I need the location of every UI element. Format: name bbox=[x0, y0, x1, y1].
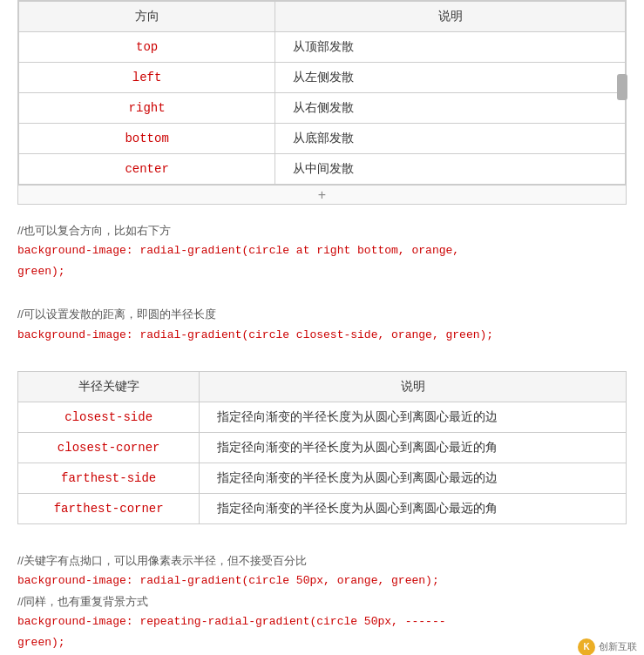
keyword-cell: closest-corner bbox=[18, 432, 200, 463]
table-row: bottom 从底部发散 bbox=[19, 124, 626, 154]
direction-cell: bottom bbox=[19, 124, 275, 154]
desc-cell: 从底部发散 bbox=[275, 124, 626, 154]
desc-cell: 从右侧发散 bbox=[275, 93, 626, 124]
table-row: center 从中间发散 bbox=[19, 154, 626, 185]
desc-cell: 指定径向渐变的半径长度为从圆心到离圆心最近的边 bbox=[200, 402, 627, 432]
code-line-3: background-image: radial-gradient(circle… bbox=[17, 571, 627, 591]
scrollbar[interactable] bbox=[617, 74, 627, 100]
direction-cell: center bbox=[19, 154, 275, 185]
description-header: 说明 bbox=[275, 2, 626, 32]
comment-line-3: //关键字有点拗口，可以用像素表示半径，但不接受百分比 bbox=[17, 550, 627, 571]
code-line-4: background-image: repeating-radial-gradi… bbox=[17, 611, 627, 631]
desc-cell: 指定径向渐变的半径长度为从圆心到离圆心最远的边 bbox=[200, 463, 627, 493]
keyword-cell: farthest-corner bbox=[18, 493, 200, 523]
direction-header: 方向 bbox=[19, 2, 275, 32]
desc-cell: 指定径向渐变的半径长度为从圆心到离圆心最远的角 bbox=[200, 493, 627, 523]
watermark-logo-icon: K bbox=[578, 638, 595, 655]
watermark-inner: K 创新互联 bbox=[578, 638, 637, 655]
code-line-4-cont: green); bbox=[17, 632, 627, 652]
watermark-label: 创新互联 bbox=[599, 640, 637, 653]
desc-cell: 从顶部发散 bbox=[275, 32, 626, 63]
table2-wrapper: 半径关键字 说明 closest-side 指定径向渐变的半径长度为从圆心到离圆… bbox=[17, 371, 627, 524]
direction-table: 方向 说明 top 从顶部发散 left 从左侧发散 right 从右侧发散 bbox=[18, 1, 626, 185]
page-container: 方向 说明 top 从顶部发散 left 从左侧发散 right 从右侧发散 bbox=[0, 0, 644, 655]
desc-cell: 从中间发散 bbox=[275, 154, 626, 185]
radius-table: 半径关键字 说明 closest-side 指定径向渐变的半径长度为从圆心到离圆… bbox=[17, 371, 627, 524]
table-row: left 从左侧发散 bbox=[19, 63, 626, 93]
direction-cell: right bbox=[19, 93, 275, 124]
table-row: closest-side 指定径向渐变的半径长度为从圆心到离圆心最近的边 bbox=[18, 402, 627, 432]
watermark: K 创新互联 bbox=[578, 638, 637, 655]
spacer3 bbox=[0, 352, 644, 361]
direction-cell: left bbox=[19, 63, 275, 93]
table-row: farthest-side 指定径向渐变的半径长度为从圆心到离圆心最远的边 bbox=[18, 463, 627, 493]
spacer2 bbox=[0, 288, 644, 297]
expand-plus-icon: + bbox=[318, 188, 326, 202]
table-row: right 从右侧发散 bbox=[19, 93, 626, 124]
code-section-3: //关键字有点拗口，可以用像素表示半径，但不接受百分比 background-i… bbox=[17, 550, 627, 652]
expand-button[interactable]: + bbox=[17, 186, 627, 205]
table-row: farthest-corner 指定径向渐变的半径长度为从圆心到离圆心最远的角 bbox=[18, 493, 627, 523]
desc-cell: 从左侧发散 bbox=[275, 63, 626, 93]
direction-cell: top bbox=[19, 32, 275, 63]
comment-line-4: //同样，也有重复背景方式 bbox=[17, 591, 627, 611]
table-row: top 从顶部发散 bbox=[19, 32, 626, 63]
spacer1 bbox=[0, 205, 644, 213]
code-line-2: background-image: radial-gradient(circle… bbox=[17, 325, 627, 345]
keyword-cell: farthest-side bbox=[18, 463, 200, 493]
desc-cell: 指定径向渐变的半径长度为从圆心到离圆心最近的角 bbox=[200, 432, 627, 463]
code-section-1: //也可以复合方向，比如右下方 background-image: radial… bbox=[17, 220, 627, 281]
keyword-header: 半径关键字 bbox=[18, 371, 200, 402]
code-section-2: //可以设置发散的距离，即圆的半径长度 background-image: ra… bbox=[17, 304, 627, 345]
code-line-1-cont: green); bbox=[17, 261, 627, 281]
keyword-cell: closest-side bbox=[18, 402, 200, 432]
table1-wrapper: 方向 说明 top 从顶部发散 left 从左侧发散 right 从右侧发散 bbox=[17, 0, 627, 186]
code-line-1: background-image: radial-gradient(circle… bbox=[17, 240, 627, 260]
table-row: closest-corner 指定径向渐变的半径长度为从圆心到离圆心最近的角 bbox=[18, 432, 627, 463]
comment-line-1: //也可以复合方向，比如右下方 bbox=[17, 220, 627, 240]
comment-line-2: //可以设置发散的距离，即圆的半径长度 bbox=[17, 304, 627, 324]
description-header2: 说明 bbox=[200, 371, 627, 402]
spacer4 bbox=[0, 535, 644, 544]
